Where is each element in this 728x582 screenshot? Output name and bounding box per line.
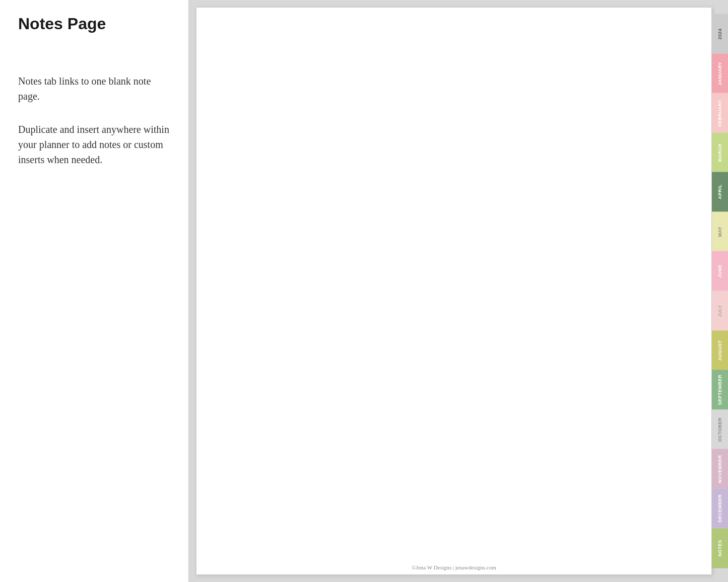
left-panel: Notes Page Notes tab links to one blank … (0, 0, 189, 582)
tab-january[interactable]: JANUARY (712, 54, 728, 94)
tab-may[interactable]: MAY (712, 212, 728, 252)
tab-august[interactable]: AUGUST (712, 331, 728, 371)
tab-march[interactable]: MARCH (712, 133, 728, 173)
tab-july[interactable]: JULY (712, 291, 728, 331)
right-area: ©Jena W Designs | jenawdesigns.com 2024J… (189, 0, 728, 582)
tab-notes[interactable]: NOTES (712, 529, 728, 568)
tab-april[interactable]: APRIL (712, 172, 728, 212)
tabs-column: 2024JANUARYFEBRUARYMARCHAPRILMAYJUNEJULY… (712, 7, 728, 575)
planner-page: ©Jena W Designs | jenawdesigns.com (196, 7, 712, 575)
description-2: Duplicate and insert anywhere within you… (18, 122, 170, 167)
tab-september[interactable]: SEPTEMBER (712, 370, 728, 410)
page-title: Notes Page (18, 14, 170, 33)
tab-december[interactable]: DECEMBER (712, 489, 728, 529)
copyright-text: ©Jena W Designs | jenawdesigns.com (196, 561, 711, 574)
tab-october[interactable]: OCTOBER (712, 410, 728, 450)
tab-year[interactable]: 2024 (712, 14, 728, 54)
description-1: Notes tab links to one blank note page. (18, 74, 170, 104)
tab-november[interactable]: NOVEMBER (712, 449, 728, 489)
tab-february[interactable]: FEBRUARY (712, 93, 728, 133)
tab-june[interactable]: JUNE (712, 251, 728, 291)
